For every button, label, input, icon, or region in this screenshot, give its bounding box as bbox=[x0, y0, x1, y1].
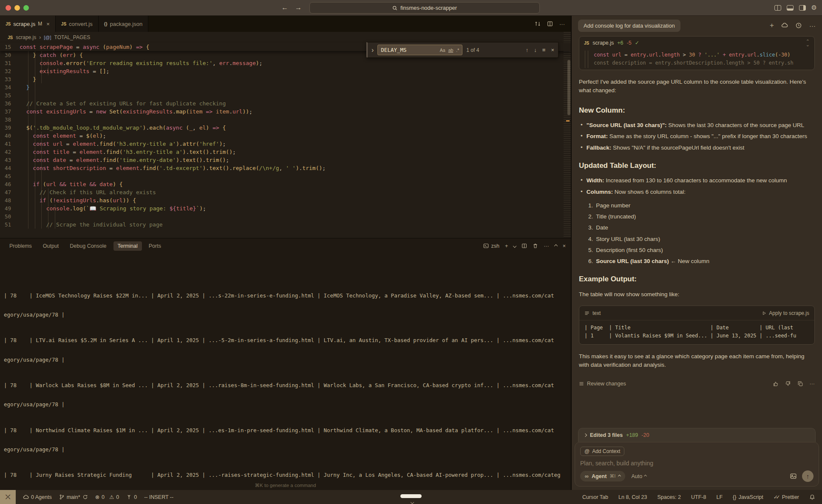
add-context-button[interactable]: @ Add Context bbox=[580, 447, 624, 456]
tab-ports[interactable]: Ports bbox=[145, 241, 165, 251]
agent-mode-selector[interactable]: ∞ Agent ⌘I bbox=[580, 471, 625, 481]
at-icon: @ bbox=[584, 448, 590, 454]
cursor-tab-status[interactable]: Cursor Tab bbox=[582, 494, 608, 500]
numbered-item: 4.Story URL (last 30 chars) bbox=[579, 235, 815, 244]
find-expand-icon[interactable]: › bbox=[371, 46, 374, 54]
copy-icon[interactable] bbox=[797, 381, 803, 387]
tab-terminal[interactable]: Terminal bbox=[113, 241, 142, 251]
command-center-search[interactable]: finsmes-node-scrapper bbox=[309, 2, 540, 14]
terminal-output[interactable]: | 78 | IceMOS Technology Raises $22M in.… bbox=[0, 253, 571, 482]
split-editor-icon[interactable] bbox=[547, 21, 553, 27]
code-line: 37 const existingUrls = new Set(existing… bbox=[0, 108, 571, 116]
section-heading-new-column: New Column: bbox=[579, 105, 815, 116]
forward-icon[interactable]: → bbox=[295, 4, 302, 11]
find-in-selection-icon[interactable]: ≡ bbox=[542, 47, 546, 53]
code-line: 39 $('.tdb_module_loop.td_module_wrap').… bbox=[0, 124, 571, 132]
close-window-button[interactable] bbox=[6, 5, 11, 11]
new-terminal-icon[interactable]: + bbox=[505, 243, 508, 249]
compare-changes-icon[interactable] bbox=[535, 21, 541, 27]
sync-icon[interactable] bbox=[82, 494, 88, 500]
chat-composer[interactable]: @ Add Context Plan, search, build anythi… bbox=[575, 442, 819, 487]
zoom-window-button[interactable] bbox=[23, 5, 29, 11]
bullet-item: •"Source URL (last 30 chars)": Shows the… bbox=[579, 121, 815, 130]
terminal-wrap-line: egory/usa/page/78 | bbox=[4, 401, 567, 408]
back-icon[interactable]: ← bbox=[281, 4, 288, 11]
terminal-line: | 78 | Northwind Climate Raises $1M in .… bbox=[4, 427, 567, 433]
card-filename[interactable]: scrape.js bbox=[592, 39, 614, 47]
cloud-icon[interactable] bbox=[781, 22, 788, 29]
recording-progress-pill bbox=[400, 494, 422, 498]
maximize-panel-icon[interactable] bbox=[554, 244, 557, 247]
layout-panel-icon[interactable] bbox=[787, 5, 794, 11]
tab-package-json[interactable]: {} package.json bbox=[99, 16, 148, 32]
composer-placeholder[interactable]: Plan, search, build anything bbox=[580, 460, 813, 467]
close-panel-icon[interactable]: × bbox=[563, 243, 566, 249]
bottom-panel: Problems Output Debug Console Terminal P… bbox=[0, 238, 571, 490]
tab-convert-js[interactable]: JS convert.js bbox=[56, 16, 99, 32]
layout-sidebar-right-icon[interactable] bbox=[799, 5, 806, 11]
find-previous-icon[interactable]: ↑ bbox=[526, 47, 529, 53]
more-panel-actions-icon[interactable]: ··· bbox=[544, 243, 549, 249]
thumbs-down-icon[interactable] bbox=[785, 381, 791, 387]
layout-columns-icon[interactable] bbox=[774, 5, 781, 11]
breadcrumb[interactable]: JS scrape.js › [@] TOTAL_PAGES bbox=[0, 32, 571, 43]
formatter-status[interactable]: ✓✓Prettier bbox=[774, 494, 799, 500]
code-line: 40 const element = $(el); bbox=[0, 132, 571, 140]
chat-title-chip[interactable]: Add console log for data visualization bbox=[578, 20, 680, 32]
tab-debug-console[interactable]: Debug Console bbox=[65, 241, 111, 251]
git-branch-status[interactable]: main* bbox=[59, 494, 88, 500]
remote-indicator[interactable]: ⤫ bbox=[0, 490, 16, 504]
more-actions-icon[interactable]: ··· bbox=[559, 21, 565, 27]
tab-scrape-js[interactable]: JS scrape.js M × bbox=[0, 16, 56, 32]
terminal-dropdown-icon[interactable] bbox=[513, 244, 516, 247]
line-col-status[interactable]: Ln 8, Col 23 bbox=[618, 494, 647, 500]
apply-to-file-button[interactable]: Apply to scrape.js bbox=[762, 309, 809, 317]
tab-output[interactable]: Output bbox=[39, 241, 63, 251]
close-tab-icon[interactable]: × bbox=[46, 21, 50, 27]
tab-problems[interactable]: Problems bbox=[5, 241, 36, 251]
whole-word-icon[interactable]: ab bbox=[448, 48, 454, 53]
agents-status[interactable]: 0 Agents bbox=[23, 494, 52, 500]
code-line: 45 bbox=[0, 172, 571, 180]
code-editor[interactable]: JS scrape.js › [@] TOTAL_PAGES 15const s… bbox=[0, 32, 571, 238]
bell-icon[interactable] bbox=[809, 494, 815, 500]
line-number: 41 bbox=[0, 140, 20, 148]
terminal-line: | 78 | IceMOS Technology Raises $22M in.… bbox=[4, 292, 567, 299]
ports-status[interactable]: 0 bbox=[126, 494, 137, 500]
indent-status[interactable]: Spaces: 2 bbox=[657, 494, 681, 500]
breadcrumb-file[interactable]: scrape.js bbox=[16, 34, 36, 40]
send-button[interactable]: ↑ bbox=[802, 470, 813, 482]
find-next-icon[interactable]: ↓ bbox=[534, 47, 537, 53]
line-number: 47 bbox=[0, 188, 20, 196]
shell-selector[interactable]: zsh bbox=[483, 243, 499, 249]
edited-file-card[interactable]: JS scrape.js +6 -5 ✓ ⌃⌄ const url = entr… bbox=[579, 36, 815, 70]
review-changes-button[interactable]: Review changes bbox=[587, 380, 626, 388]
gear-icon[interactable]: ⚙ bbox=[811, 4, 817, 11]
problems-status[interactable]: ⊗0 ⚠0 bbox=[95, 494, 119, 500]
kill-terminal-icon[interactable] bbox=[533, 243, 538, 249]
expand-card-icon[interactable]: ⌃⌄ bbox=[806, 40, 810, 46]
chat-more-icon[interactable]: ··· bbox=[809, 22, 816, 29]
message-more-icon[interactable]: ··· bbox=[810, 380, 815, 388]
bullet-list: •"Source URL (last 30 chars)": Shows the… bbox=[579, 119, 815, 155]
encoding-status[interactable]: UTF-8 bbox=[691, 494, 706, 500]
breadcrumb-symbol[interactable]: TOTAL_PAGES bbox=[54, 34, 91, 40]
language-status[interactable]: {}JavaScript bbox=[733, 494, 763, 500]
terminal-line: | 78 | Jurny Raises Strategic Funding | … bbox=[4, 472, 567, 478]
close-find-icon[interactable]: × bbox=[551, 47, 554, 53]
new-chat-icon[interactable]: + bbox=[770, 21, 774, 30]
chat-messages[interactable]: JS scrape.js +6 -5 ✓ ⌃⌄ const url = entr… bbox=[572, 35, 822, 428]
regex-icon[interactable]: .* bbox=[456, 48, 459, 53]
thumbs-up-icon[interactable] bbox=[773, 381, 779, 387]
model-selector[interactable]: Auto bbox=[631, 473, 646, 479]
edited-files-bar[interactable]: Edited 3 files +189 -20 bbox=[578, 428, 816, 442]
history-icon[interactable] bbox=[795, 22, 802, 29]
editor-scrollbar[interactable] bbox=[567, 60, 570, 115]
match-case-icon[interactable]: Aa bbox=[440, 48, 445, 53]
minimize-window-button[interactable] bbox=[14, 5, 20, 11]
code-lines[interactable]: 30 } catch (err) {31 console.error('Erro… bbox=[0, 51, 571, 229]
image-attach-icon[interactable] bbox=[790, 473, 797, 480]
find-input[interactable]: DELAY_MS Aa ab .* bbox=[377, 45, 462, 55]
split-terminal-icon[interactable] bbox=[522, 243, 527, 249]
eol-status[interactable]: LF bbox=[716, 494, 723, 500]
